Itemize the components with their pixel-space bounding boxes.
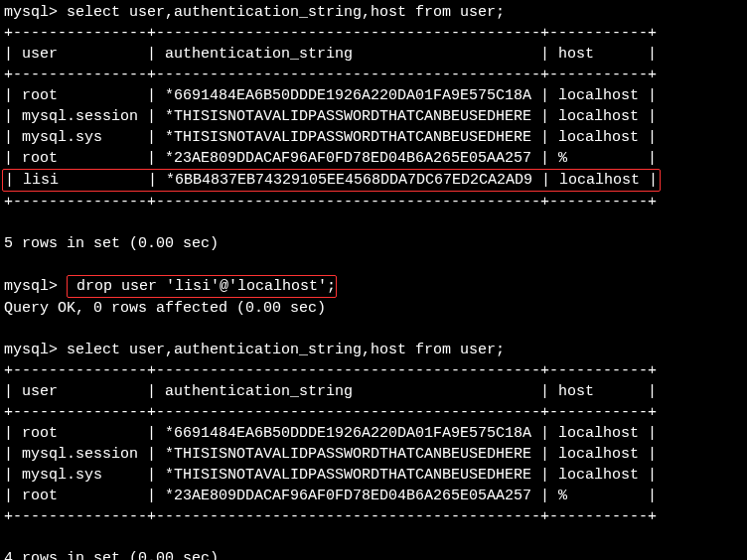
table-separator: +---------------+-----------------------… xyxy=(4,67,657,83)
table-row: | root | *6691484EA6B50DDDE1926A220DA01F… xyxy=(4,425,657,442)
sql-query-3: select user,authentication_string,host f… xyxy=(67,342,505,358)
table-row: | mysql.session | *THISISNOTAVALIDPASSWO… xyxy=(4,446,657,463)
table-separator: +---------------+-----------------------… xyxy=(4,25,657,42)
mysql-prompt: mysql> xyxy=(4,4,67,21)
table-separator: +---------------+-----------------------… xyxy=(4,508,657,525)
mysql-prompt: mysql> xyxy=(4,342,67,358)
query-result: Query OK, 0 rows affected (0.00 sec) xyxy=(4,300,326,317)
query-result: 4 rows in set (0.00 sec) xyxy=(4,550,219,560)
table-row: | mysql.sys | *THISISNOTAVALIDPASSWORDTH… xyxy=(4,129,657,146)
mysql-prompt: mysql> xyxy=(4,278,67,295)
table-header: | user | authentication_string | host | xyxy=(4,46,657,63)
query-result: 5 rows in set (0.00 sec) xyxy=(4,235,219,252)
table-row: | mysql.sys | *THISISNOTAVALIDPASSWORDTH… xyxy=(4,467,657,484)
table-row: | root | *23AE809DDACAF96AF0FD78ED04B6A2… xyxy=(4,150,657,167)
table-row: | mysql.session | *THISISNOTAVALIDPASSWO… xyxy=(4,108,657,125)
table-row-highlighted: | lisi | *6BB4837EB74329105EE4568DDA7DC6… xyxy=(2,169,661,192)
table-separator: +---------------+-----------------------… xyxy=(4,362,657,379)
table-row: | root | *23AE809DDACAF96AF0FD78ED04B6A2… xyxy=(4,488,657,504)
sql-query-1: select user,authentication_string,host f… xyxy=(67,4,505,21)
table-separator: +---------------+-----------------------… xyxy=(4,194,657,210)
terminal-output: mysql> select user,authentication_string… xyxy=(4,2,743,560)
table-row: | root | *6691484EA6B50DDDE1926A220DA01F… xyxy=(4,87,657,104)
sql-query-2-highlighted: drop user 'lisi'@'localhost'; xyxy=(67,275,337,298)
table-separator: +---------------+-----------------------… xyxy=(4,404,657,421)
table-header: | user | authentication_string | host | xyxy=(4,383,657,400)
